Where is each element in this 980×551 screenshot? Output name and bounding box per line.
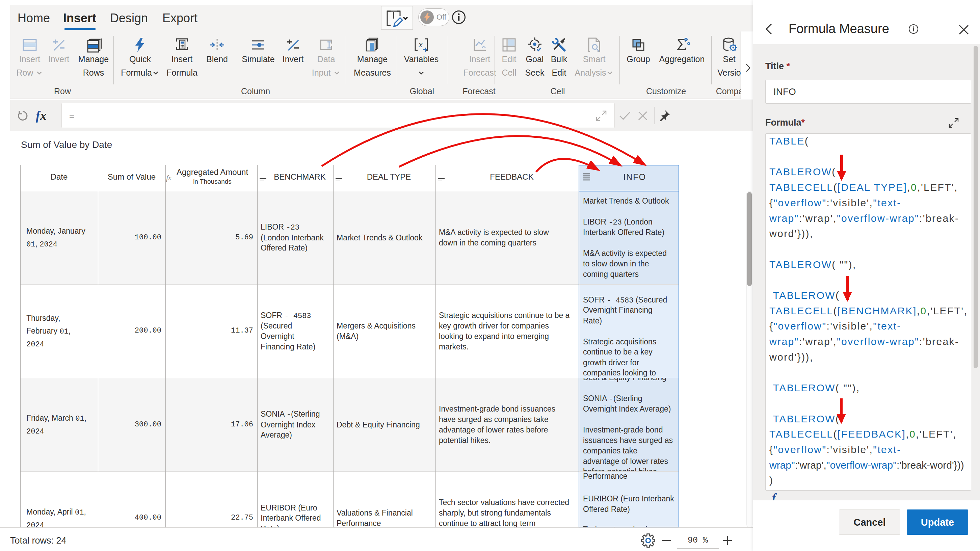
svg-text:x: x	[418, 40, 423, 49]
